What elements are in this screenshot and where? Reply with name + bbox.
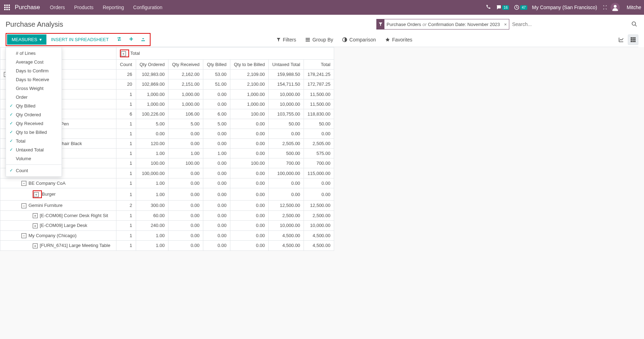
cell: 0.00	[168, 188, 203, 201]
cell: 0.00	[168, 178, 203, 188]
insert-spreadsheet-button[interactable]: INSERT IN SPREADSHEET	[46, 34, 113, 45]
cell: 1	[116, 89, 136, 99]
row-header[interactable]: [E-COM06] Corner Desk Right Sit	[0, 210, 116, 221]
chat-icon[interactable]: 16	[496, 5, 509, 10]
measure-option[interactable]: Average Cost	[6, 58, 62, 66]
col-header[interactable]: Qty Ordered	[136, 59, 168, 69]
measure-option[interactable]: Days to Receive	[6, 75, 62, 84]
cell: 12,500.00	[304, 200, 334, 210]
row-header[interactable]: [FURN_6741] Large Meeting Table	[0, 241, 116, 251]
col-header[interactable]: Qty Received	[168, 59, 203, 69]
cell: 6	[116, 109, 136, 119]
phone-icon[interactable]	[485, 5, 491, 10]
expand-col-total[interactable]	[121, 51, 126, 56]
cell: 4,500.00	[304, 230, 334, 241]
svg-rect-5	[8, 7, 10, 8]
cell: 172,787.25	[304, 79, 334, 90]
svg-rect-13	[306, 39, 310, 40]
col-header[interactable]: Untaxed Total	[269, 59, 304, 69]
col-header[interactable]: Total	[304, 59, 334, 69]
username[interactable]: Mitche	[627, 5, 641, 10]
cell: 0.00	[230, 119, 268, 129]
pivot-view-button[interactable]	[628, 34, 638, 45]
expand-row[interactable]	[33, 243, 38, 248]
expand-row[interactable]	[33, 223, 38, 228]
row-header[interactable]: My Company (Chicago)	[0, 230, 116, 241]
apps-icon[interactable]	[3, 3, 11, 12]
expand-row[interactable]	[33, 213, 38, 218]
cell: 20	[116, 79, 136, 90]
cell: 700.00	[269, 158, 304, 168]
cell: 0.00	[168, 210, 203, 221]
company-selector[interactable]: My Company (San Francisco)	[532, 5, 597, 10]
row-header[interactable]: Gemini Furniture	[0, 200, 116, 210]
measure-option[interactable]: Qty to be Billed	[6, 128, 62, 137]
cell: 102,983.00	[136, 69, 168, 79]
col-header[interactable]: Qty to be Billed	[230, 59, 268, 69]
menu-reporting[interactable]: Reporting	[103, 5, 124, 10]
cell: 118,830.00	[304, 109, 334, 119]
cell: 1	[116, 188, 136, 201]
expand-row[interactable]	[34, 192, 39, 197]
page-title: Purchase Analysis	[6, 20, 63, 28]
clock-icon[interactable]: 47	[514, 5, 527, 10]
measure-option[interactable]: Volume	[6, 154, 62, 163]
menu-configuration[interactable]: Configuration	[133, 5, 162, 10]
cell: 0.00	[304, 129, 334, 138]
cell: 0.00	[230, 241, 268, 251]
filters-option[interactable]: Filters	[276, 37, 296, 43]
expand-row[interactable]	[21, 233, 26, 238]
measure-option[interactable]: Qty Billed	[6, 102, 62, 110]
svg-rect-19	[631, 39, 632, 40]
measure-option[interactable]: Order	[6, 93, 62, 102]
settings-icon[interactable]	[602, 5, 608, 10]
groupby-option[interactable]: Group By	[305, 37, 333, 43]
measure-option[interactable]: Days to Confirm	[6, 66, 62, 75]
download-icon[interactable]	[137, 34, 149, 45]
search-icon[interactable]	[630, 20, 638, 29]
facet-remove[interactable]: ×	[502, 22, 509, 27]
col-header[interactable]: Qty Billed	[203, 59, 230, 69]
search-facet: Purchase OrdersorConfirmation Date: Nove…	[376, 19, 509, 30]
clock-badge: 47	[520, 5, 527, 10]
svg-rect-6	[4, 9, 6, 10]
search-input[interactable]	[509, 19, 630, 29]
app-brand[interactable]: Purchase	[15, 4, 40, 11]
favorites-option[interactable]: Favorites	[385, 37, 413, 43]
measure-option[interactable]: Total	[6, 137, 62, 145]
comparison-option[interactable]: Comparison	[342, 37, 376, 43]
cell: 1.00	[168, 148, 203, 158]
measure-option-count[interactable]: Count	[6, 166, 62, 175]
expand-row[interactable]	[21, 203, 26, 208]
svg-rect-14	[306, 41, 310, 41]
menu-products[interactable]: Products	[74, 5, 94, 10]
cell: 0.00	[168, 129, 203, 138]
row-label: Gemini Furniture	[28, 203, 63, 208]
svg-rect-0	[4, 5, 6, 6]
svg-rect-23	[632, 41, 634, 42]
flip-axis-icon[interactable]	[113, 34, 125, 45]
cell: 240.00	[136, 221, 168, 231]
cell: 1.00	[136, 241, 168, 251]
row-header[interactable]: [E-COM09] Large Desk	[0, 221, 116, 231]
measure-option[interactable]: Qty Ordered	[6, 110, 62, 119]
expand-row[interactable]	[21, 181, 26, 186]
measure-option[interactable]: # of Lines	[6, 49, 62, 58]
row-label: My Company (Chicago)	[28, 233, 77, 238]
measure-option[interactable]: Gross Weight	[6, 84, 62, 93]
avatar[interactable]	[611, 3, 620, 12]
col-header-total[interactable]: Total	[130, 51, 140, 56]
col-header[interactable]: Count	[116, 59, 136, 69]
cell: 100.00	[168, 158, 203, 168]
cell: 100.00	[136, 158, 168, 168]
expand-all-icon[interactable]	[125, 34, 137, 45]
row-header[interactable]: Burger	[0, 188, 116, 201]
graph-view-button[interactable]	[616, 34, 626, 45]
measure-option[interactable]: Untaxed Total	[6, 145, 62, 154]
cell: 50.00	[269, 119, 304, 129]
row-header[interactable]: BE Company CoA	[0, 178, 116, 188]
measures-button[interactable]: MEASURES ▾	[7, 34, 46, 45]
measure-option[interactable]: Qty Received	[6, 119, 62, 128]
menu-orders[interactable]: Orders	[50, 5, 65, 10]
control-panel: Purchase Analysis Purchase OrdersorConfi…	[0, 15, 644, 47]
